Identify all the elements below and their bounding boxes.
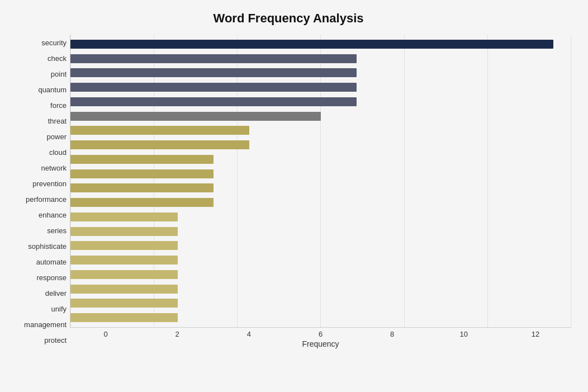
y-label: force xyxy=(6,99,67,111)
bars-wrapper xyxy=(70,35,571,327)
bar xyxy=(70,285,178,294)
bar xyxy=(70,198,214,207)
bar-row xyxy=(70,67,571,78)
chart-title: Word Frequency Analysis xyxy=(6,11,571,26)
y-label: unify xyxy=(6,303,67,315)
y-label: point xyxy=(6,68,67,80)
bar-row xyxy=(70,82,571,93)
bar-row xyxy=(70,96,571,107)
y-label: network xyxy=(6,162,67,174)
bar xyxy=(70,169,214,178)
x-tick-label: 8 xyxy=(357,330,428,338)
x-tick-label: 2 xyxy=(141,330,213,338)
bar-row xyxy=(70,111,571,122)
bar-row xyxy=(70,168,571,180)
x-tick-label: 4 xyxy=(213,330,284,338)
bar-row xyxy=(70,269,571,280)
bar xyxy=(70,270,178,279)
y-label: threat xyxy=(6,115,67,127)
bars-and-x: 024681012 Frequency xyxy=(70,35,571,348)
bar xyxy=(70,140,249,149)
x-tick-label: 0 xyxy=(70,330,141,338)
bar xyxy=(70,83,357,92)
bar-row xyxy=(70,211,571,223)
y-axis-labels: securitycheckpointquantumforcethreatpowe… xyxy=(6,35,70,348)
y-label: quantum xyxy=(6,83,67,96)
bar-row xyxy=(70,139,571,150)
x-axis-title: Frequency xyxy=(70,339,571,348)
x-tick-label: 10 xyxy=(428,330,500,338)
x-tick-label: 12 xyxy=(500,330,571,338)
y-label: power xyxy=(6,130,67,143)
bar-row xyxy=(70,240,571,251)
y-label: sophisticate xyxy=(6,240,67,253)
bar xyxy=(70,40,553,49)
y-label: performance xyxy=(6,193,67,205)
bars-area xyxy=(70,35,571,328)
bar xyxy=(70,212,178,221)
bar-row xyxy=(70,312,571,323)
y-label: prevention xyxy=(6,177,67,190)
chart-container: Word Frequency Analysis securitycheckpoi… xyxy=(0,0,588,392)
bar-row xyxy=(70,197,571,208)
bar-row xyxy=(70,182,571,193)
bar-row xyxy=(70,154,571,165)
chart-area: securitycheckpointquantumforcethreatpowe… xyxy=(6,35,571,348)
x-tick-label: 6 xyxy=(284,330,356,338)
bar xyxy=(70,256,178,265)
bar xyxy=(70,241,178,250)
bar xyxy=(70,54,357,63)
bar-row xyxy=(70,284,571,295)
bar xyxy=(70,155,214,164)
bar-row xyxy=(70,254,571,266)
y-label: response xyxy=(6,272,67,284)
bar xyxy=(70,183,214,192)
x-axis-labels: 024681012 xyxy=(70,328,571,338)
bar-row xyxy=(70,125,571,136)
bar xyxy=(70,313,178,322)
y-label: series xyxy=(6,225,67,237)
y-label: deliver xyxy=(6,287,67,300)
y-label: enhance xyxy=(6,209,67,221)
bar xyxy=(70,227,178,236)
bar-row xyxy=(70,39,571,50)
bar xyxy=(70,112,321,121)
y-label: check xyxy=(6,52,67,64)
y-label: protect xyxy=(6,334,67,347)
y-label: automate xyxy=(6,256,67,268)
bar xyxy=(70,126,249,135)
y-label: management xyxy=(6,319,67,331)
y-label: security xyxy=(6,36,67,49)
bar-row xyxy=(70,297,571,309)
bar-row xyxy=(70,53,571,64)
bar-row xyxy=(70,226,571,237)
y-label: cloud xyxy=(6,146,67,158)
bar xyxy=(70,299,178,308)
bar xyxy=(70,68,357,77)
bar xyxy=(70,97,357,106)
